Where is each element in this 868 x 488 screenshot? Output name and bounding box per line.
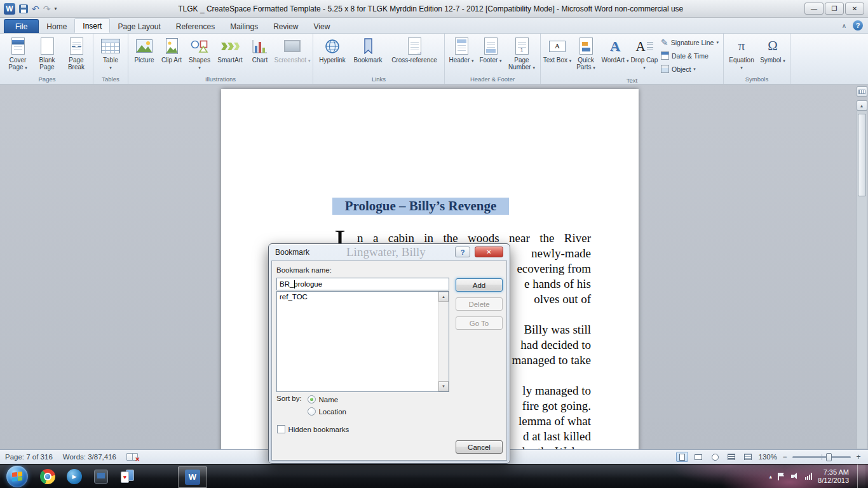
action-center-icon[interactable]: [778, 473, 785, 480]
list-scroll-up-icon[interactable]: ▲: [438, 292, 449, 302]
zoom-in-button[interactable]: +: [855, 452, 862, 461]
zoom-level[interactable]: 130%: [759, 453, 777, 461]
zoom-slider-thumb[interactable]: [826, 453, 832, 461]
draft-icon: [744, 454, 752, 460]
smartart-icon: [220, 36, 240, 57]
cover-page-button[interactable]: Cover Page ▾: [3, 34, 32, 74]
smartart-button[interactable]: SmartArt: [214, 34, 246, 74]
object-button[interactable]: Object▾: [658, 62, 721, 76]
add-button[interactable]: Add: [456, 278, 503, 292]
scrollbar-thumb[interactable]: [858, 114, 866, 196]
hidden-bookmarks-option[interactable]: Hidden bookmarks: [277, 423, 349, 435]
scroll-up-button[interactable]: ▲: [857, 100, 867, 111]
sort-name-option[interactable]: Name: [308, 393, 338, 405]
view-draft-button[interactable]: [742, 452, 754, 462]
cancel-button[interactable]: Cancel: [456, 440, 503, 454]
bookmark-dialog-titlebar[interactable]: Lingwater, Billy Bookmark ? ✕: [271, 244, 507, 261]
dialog-help-icon[interactable]: ?: [455, 247, 470, 257]
bookmark-name-input[interactable]: BR_prologue: [276, 278, 449, 290]
dialog-close-icon[interactable]: ✕: [475, 247, 503, 257]
body-fragment: ly managed to: [522, 384, 591, 398]
view-print-layout-button[interactable]: [676, 452, 688, 462]
word-count[interactable]: Words: 3/87,416: [63, 453, 116, 461]
delete-button: Delete: [456, 297, 503, 311]
symbol-button[interactable]: Ω Symbol ▾: [757, 34, 788, 74]
sort-location-option[interactable]: Location: [308, 405, 346, 417]
taskbar-chrome-button[interactable]: [34, 464, 61, 488]
minimize-button[interactable]: —: [804, 3, 824, 15]
cross-reference-button[interactable]: → Cross-reference: [386, 34, 442, 74]
zoom-slider[interactable]: [792, 456, 851, 458]
windows-taskbar: ▶ ♥ W ▴ 7:35 AM 8/12/2013: [0, 464, 868, 488]
zoom-out-button[interactable]: −: [782, 452, 788, 461]
word-logo-icon[interactable]: W: [4, 3, 15, 15]
hyperlink-button[interactable]: Hyperlink: [315, 34, 349, 74]
hidden-bookmarks-checkbox[interactable]: [277, 425, 285, 433]
header-button[interactable]: Header ▾: [447, 34, 476, 74]
page-number-button[interactable]: 1 Page Number ▾: [505, 34, 538, 74]
save-icon[interactable]: [19, 4, 28, 13]
bookmark-list[interactable]: ref_TOC ▲ ▼: [276, 291, 449, 392]
bookmark-button[interactable]: Bookmark: [349, 34, 386, 74]
chart-button[interactable]: Chart: [246, 34, 274, 74]
tab-references[interactable]: References: [168, 20, 222, 33]
clip-art-button[interactable]: Clip Art: [158, 34, 185, 74]
taskbar-solitaire-button[interactable]: ♥: [114, 464, 141, 488]
restore-button[interactable]: ❐: [825, 3, 844, 15]
drop-cap-button[interactable]: A Drop Cap ▾: [630, 34, 658, 76]
view-fullscreen-button[interactable]: [693, 452, 705, 462]
show-desktop-button[interactable]: [857, 464, 865, 488]
quick-access-toolbar: W ↶ ↷ ▾: [0, 3, 57, 15]
help-icon[interactable]: ?: [853, 20, 863, 30]
selected-heading: Prologue – Billy’s Revenge: [332, 198, 509, 215]
close-button[interactable]: ✕: [845, 3, 864, 15]
group-label-pages: Pages: [3, 74, 91, 84]
page-indicator[interactable]: Page: 7 of 316: [5, 453, 53, 461]
page-break-button[interactable]: Page Break: [62, 34, 91, 74]
taskbar-media-player-button[interactable]: ▶: [61, 464, 88, 488]
group-label-header-footer: Header & Footer: [447, 74, 538, 84]
footer-button[interactable]: Footer ▾: [476, 34, 505, 74]
picture-button[interactable]: Picture: [130, 34, 158, 74]
date-time-button[interactable]: Date & Time: [658, 49, 721, 62]
signature-line-button[interactable]: ✎ Signature Line▾: [658, 36, 721, 49]
body-fragment: olves out of: [534, 292, 591, 306]
scrollbar-track[interactable]: [857, 111, 867, 449]
list-scrollbar[interactable]: ▲ ▼: [438, 292, 449, 391]
undo-icon[interactable]: ↶: [32, 4, 39, 13]
shapes-button[interactable]: Shapes▾: [185, 34, 214, 74]
view-outline-button[interactable]: [726, 452, 738, 462]
network-icon[interactable]: [805, 473, 812, 480]
minimize-ribbon-icon[interactable]: ∧: [842, 22, 846, 29]
start-button[interactable]: [6, 466, 28, 487]
table-button[interactable]: Table▾: [95, 34, 126, 74]
proofing-errors-icon[interactable]: ✕: [126, 453, 138, 461]
text-box-button[interactable]: A Text Box ▾: [543, 34, 572, 76]
tab-review[interactable]: Review: [266, 20, 306, 33]
tab-file[interactable]: File: [4, 19, 39, 33]
radio-location[interactable]: [308, 407, 316, 416]
quick-parts-button[interactable]: Quick Parts ▾: [572, 34, 600, 76]
view-ruler-button[interactable]: [857, 86, 867, 97]
tab-page-layout[interactable]: Page Layout: [110, 20, 168, 33]
tab-home[interactable]: Home: [39, 20, 74, 33]
view-web-layout-button[interactable]: [709, 452, 721, 462]
radio-name-selected[interactable]: [308, 395, 316, 403]
tab-mailings[interactable]: Mailings: [222, 20, 266, 33]
web-layout-icon: [712, 454, 719, 461]
taskbar-app-button[interactable]: [88, 464, 114, 488]
taskbar-clock[interactable]: 7:35 AM 8/12/2013: [818, 468, 851, 485]
outline-icon: [728, 454, 735, 460]
show-hidden-icons-button[interactable]: ▴: [770, 473, 773, 480]
bookmark-list-item[interactable]: ref_TOC: [277, 292, 449, 302]
volume-icon[interactable]: [790, 472, 799, 480]
tab-insert[interactable]: Insert: [74, 18, 110, 33]
tab-view[interactable]: View: [306, 20, 338, 33]
blank-page-button[interactable]: Blank Page: [32, 34, 62, 74]
redo-icon[interactable]: ↷: [43, 4, 51, 13]
wordart-button[interactable]: A WordArt ▾: [600, 34, 630, 76]
equation-button[interactable]: π Equation▾: [726, 34, 757, 74]
list-scroll-down-icon[interactable]: ▼: [438, 381, 449, 391]
taskbar-word-button[interactable]: W: [178, 466, 207, 488]
vertical-scrollbar[interactable]: ▲: [856, 86, 867, 449]
